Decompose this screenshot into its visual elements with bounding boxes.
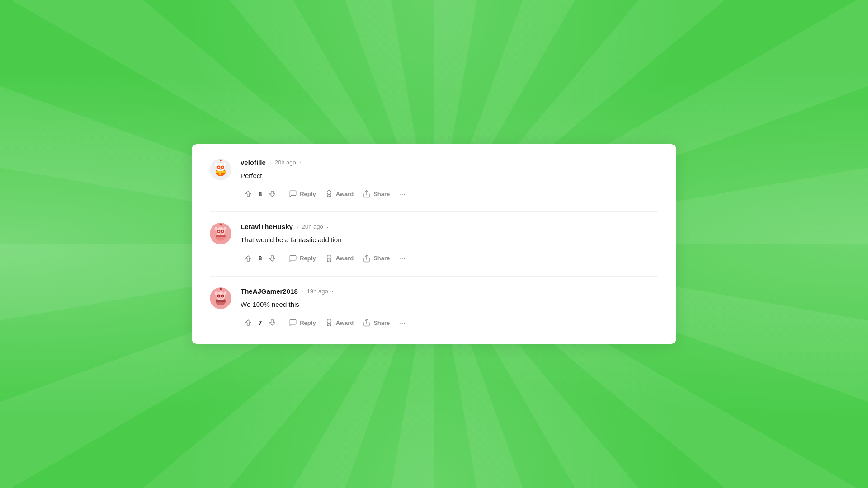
- comment-header: LeraviTheHusky · 20h ago ·: [241, 223, 658, 230]
- upvote-icon: [244, 190, 252, 198]
- svg-point-34: [215, 291, 218, 295]
- award-button[interactable]: Award: [321, 187, 358, 201]
- timestamp: 20h ago: [275, 159, 296, 166]
- svg-point-39: [222, 295, 223, 296]
- vote-count: 8: [259, 191, 262, 197]
- comment-body: LeraviTheHusky · 20h ago · That would be…: [241, 223, 658, 265]
- username: LeraviTheHusky: [241, 223, 293, 230]
- downvote-icon: [268, 254, 276, 263]
- downvote-icon: [268, 319, 276, 327]
- svg-point-3: [215, 163, 218, 166]
- svg-point-7: [218, 166, 220, 168]
- comment-text: That would be a fantastic addition: [241, 235, 658, 245]
- reply-label: Reply: [300, 191, 316, 197]
- separator-dot: ·: [302, 287, 303, 295]
- reply-button[interactable]: Reply: [285, 316, 319, 329]
- reply-button[interactable]: Reply: [285, 187, 319, 201]
- svg-point-14: [327, 191, 331, 195]
- svg-rect-43: [216, 300, 226, 302]
- reply-label: Reply: [300, 255, 316, 262]
- timestamp: 19h ago: [307, 288, 328, 295]
- svg-point-23: [218, 231, 220, 232]
- vote-count: 8: [259, 255, 262, 262]
- svg-point-29: [327, 255, 331, 259]
- comment-item: TheAJGamer2018 · 19h ago · We 100% need …: [210, 277, 658, 330]
- share-label: Share: [373, 319, 390, 326]
- username: TheAJGamer2018: [241, 287, 298, 295]
- upvote-icon: [244, 319, 252, 327]
- more-options-button[interactable]: ···: [395, 253, 409, 264]
- separator-dot-2: ·: [327, 223, 329, 230]
- separator-dot-2: ·: [332, 287, 334, 295]
- svg-point-19: [215, 227, 218, 230]
- comment-header: velofille · 20h ago ·: [241, 159, 658, 166]
- downvote-button[interactable]: [264, 316, 280, 329]
- avatar: [210, 159, 231, 180]
- award-button[interactable]: Award: [321, 252, 358, 265]
- comment-body: TheAJGamer2018 · 19h ago · We 100% need …: [241, 287, 658, 330]
- share-icon: [363, 190, 371, 198]
- reply-button[interactable]: Reply: [285, 252, 319, 265]
- svg-point-42: [220, 288, 222, 290]
- vote-group: 8: [241, 252, 280, 265]
- svg-point-8: [222, 166, 223, 168]
- svg-rect-28: [216, 235, 226, 237]
- svg-rect-12: [216, 171, 226, 173]
- upvote-button[interactable]: [241, 187, 256, 201]
- share-button[interactable]: Share: [359, 252, 393, 265]
- separator-dot-2: ·: [300, 159, 302, 166]
- timestamp: 20h ago: [302, 223, 323, 230]
- comment-item: velofille · 20h ago · Perfect 8: [210, 159, 658, 212]
- more-options-button[interactable]: ···: [395, 317, 409, 328]
- comment-actions: 8 Reply: [241, 187, 658, 201]
- svg-point-4: [224, 163, 227, 166]
- award-label: Award: [336, 191, 354, 197]
- svg-point-35: [224, 291, 227, 295]
- share-label: Share: [373, 255, 390, 262]
- award-label: Award: [336, 319, 354, 326]
- vote-group: 8: [241, 187, 280, 201]
- share-icon: [363, 319, 371, 327]
- upvote-button[interactable]: [241, 252, 256, 265]
- avatar: [210, 287, 231, 309]
- downvote-button[interactable]: [264, 187, 280, 201]
- award-icon: [325, 190, 333, 198]
- svg-rect-13: [219, 173, 221, 175]
- reply-icon: [289, 190, 297, 198]
- svg-point-27: [220, 224, 222, 225]
- award-icon: [325, 254, 333, 263]
- share-button[interactable]: Share: [359, 316, 393, 329]
- svg-point-11: [220, 159, 222, 161]
- more-options-button[interactable]: ···: [395, 188, 409, 200]
- svg-point-40: [220, 297, 222, 299]
- svg-point-25: [220, 233, 222, 235]
- share-icon: [363, 254, 371, 263]
- comment-text: We 100% need this: [241, 300, 658, 310]
- separator-dot: ·: [269, 159, 271, 166]
- reply-icon: [289, 254, 297, 263]
- comment-body: velofille · 20h ago · Perfect 8: [241, 159, 658, 201]
- upvote-icon: [244, 254, 252, 263]
- svg-point-24: [222, 231, 223, 232]
- reply-icon: [289, 319, 297, 327]
- svg-point-9: [220, 169, 222, 170]
- award-button[interactable]: Award: [321, 316, 358, 329]
- comment-header: TheAJGamer2018 · 19h ago ·: [241, 287, 658, 295]
- vote-count: 7: [259, 319, 262, 326]
- comment-actions: 7 Reply: [241, 316, 658, 329]
- comment-actions: 8 Reply: [241, 252, 658, 265]
- svg-point-20: [224, 227, 227, 230]
- svg-point-44: [327, 319, 331, 324]
- vote-group: 7: [241, 316, 280, 329]
- svg-point-38: [218, 295, 220, 296]
- username: velofille: [241, 159, 266, 166]
- share-button[interactable]: Share: [359, 187, 393, 201]
- upvote-button[interactable]: [241, 316, 256, 329]
- share-label: Share: [373, 191, 390, 197]
- comments-card: velofille · 20h ago · Perfect 8: [192, 144, 676, 344]
- reply-label: Reply: [300, 319, 316, 326]
- comment-text: Perfect: [241, 171, 658, 181]
- downvote-icon: [268, 190, 276, 198]
- award-label: Award: [336, 255, 354, 262]
- downvote-button[interactable]: [264, 252, 280, 265]
